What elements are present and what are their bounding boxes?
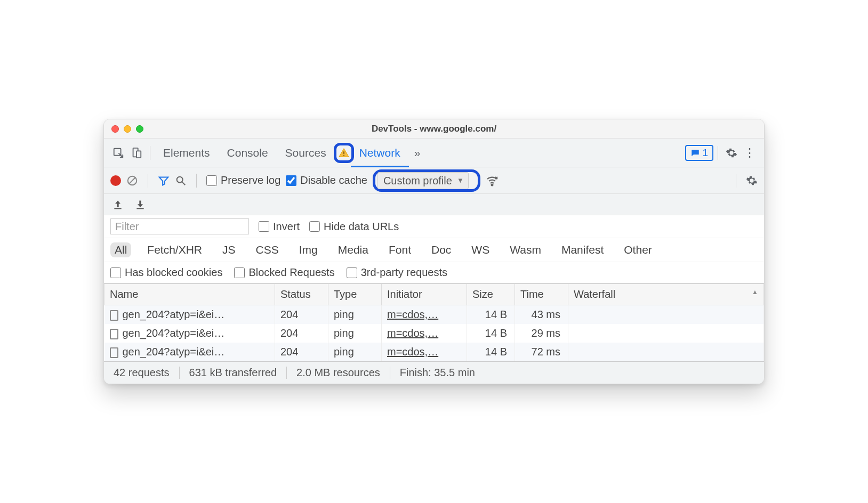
filter-doc[interactable]: Doc — [427, 242, 455, 257]
har-row — [104, 194, 764, 215]
hide-data-urls-checkbox[interactable]: Hide data URLs — [309, 221, 399, 233]
separator — [736, 174, 736, 188]
svg-rect-11 — [136, 208, 143, 209]
filter-media[interactable]: Media — [334, 242, 373, 257]
invert-label: Invert — [273, 221, 300, 233]
throttling-select[interactable]: Custom profile — [377, 172, 469, 189]
filter-placeholder: Filter — [115, 221, 139, 233]
clear-icon[interactable] — [126, 175, 138, 186]
filter-wasm[interactable]: Wasm — [505, 242, 545, 257]
initiator-link[interactable]: m=cdos,… — [387, 327, 438, 339]
tab-console[interactable]: Console — [219, 139, 277, 167]
status-resources: 2.0 MB resources — [287, 367, 390, 379]
export-har-icon[interactable] — [112, 199, 123, 210]
initiator-link[interactable]: m=cdos,… — [387, 346, 438, 358]
col-waterfall[interactable]: Waterfall — [568, 284, 764, 305]
invert-checkbox[interactable]: Invert — [259, 221, 300, 233]
document-icon — [110, 347, 118, 358]
filter-manifest[interactable]: Manifest — [557, 242, 608, 257]
filter-ws[interactable]: WS — [467, 242, 494, 257]
filter-all[interactable]: All — [110, 242, 131, 257]
filter-other[interactable]: Other — [620, 242, 656, 257]
svg-rect-10 — [114, 208, 121, 209]
filter-font[interactable]: Font — [384, 242, 415, 257]
document-icon — [110, 310, 118, 321]
svg-line-6 — [129, 177, 136, 184]
main-tabbar: Elements Console Sources Network » 1 ⋮ — [104, 139, 764, 167]
initiator-link[interactable]: m=cdos,… — [387, 309, 438, 320]
tab-elements[interactable]: Elements — [155, 139, 219, 167]
filter-img[interactable]: Img — [295, 242, 322, 257]
requests-table: Name Status Type Initiator Size Time Wat… — [104, 283, 764, 361]
filter-fetch-xhr[interactable]: Fetch/XHR — [143, 242, 206, 257]
filter-js[interactable]: JS — [218, 242, 240, 257]
message-icon — [690, 148, 700, 158]
title-bar: DevTools - www.google.com/ — [104, 119, 764, 139]
separator — [718, 146, 718, 160]
import-har-icon[interactable] — [135, 199, 146, 210]
svg-rect-3 — [343, 151, 344, 154]
svg-line-8 — [182, 182, 186, 185]
col-type[interactable]: Type — [328, 284, 382, 305]
extra-filter-row: Has blocked cookies Blocked Requests 3rd… — [104, 262, 764, 283]
status-finish: Finish: 35.5 min — [390, 367, 485, 379]
kebab-menu-icon[interactable]: ⋮ — [741, 144, 759, 162]
tab-sources[interactable]: Sources — [277, 139, 335, 167]
request-row[interactable]: gen_204?atyp=i&ei… 204 ping m=cdos,… 14 … — [105, 324, 764, 343]
col-time[interactable]: Time — [515, 284, 568, 305]
svg-rect-4 — [343, 155, 344, 156]
status-requests: 42 requests — [104, 367, 180, 379]
status-bar: 42 requests 631 kB transferred 2.0 MB re… — [104, 361, 764, 384]
inspect-icon[interactable] — [109, 144, 127, 162]
settings-icon[interactable] — [722, 144, 741, 162]
status-transferred: 631 kB transferred — [180, 367, 287, 379]
col-status[interactable]: Status — [275, 284, 328, 305]
devtools-window: DevTools - www.google.com/ Elements Cons… — [103, 119, 765, 384]
blocked-cookies-checkbox[interactable]: Has blocked cookies — [110, 266, 222, 279]
col-initiator[interactable]: Initiator — [382, 284, 467, 305]
svg-point-9 — [491, 184, 493, 185]
tab-network[interactable]: Network — [351, 139, 409, 167]
filter-row: Filter Invert Hide data URLs — [104, 215, 764, 238]
preserve-log-label: Preserve log — [221, 174, 280, 186]
preserve-log-checkbox[interactable]: Preserve log — [206, 174, 280, 186]
issues-count: 1 — [702, 147, 708, 159]
requests-tbody: gen_204?atyp=i&ei… 204 ping m=cdos,… 14 … — [105, 305, 764, 362]
request-row[interactable]: gen_204?atyp=i&ei… 204 ping m=cdos,… 14 … — [105, 305, 764, 324]
search-icon[interactable] — [175, 175, 187, 186]
third-party-checkbox[interactable]: 3rd-party requests — [347, 266, 447, 279]
record-button[interactable] — [110, 175, 121, 186]
more-tabs-Button[interactable]: » — [409, 147, 426, 159]
network-settings-icon[interactable] — [746, 175, 758, 186]
separator — [196, 174, 197, 188]
svg-point-7 — [177, 176, 183, 182]
separator — [150, 146, 150, 160]
issues-badge[interactable]: 1 — [685, 145, 713, 161]
request-row[interactable]: gen_204?atyp=i&ei… 204 ping m=cdos,… 14 … — [105, 343, 764, 361]
col-size[interactable]: Size — [467, 284, 515, 305]
throttle-highlight: Custom profile — [373, 169, 480, 192]
col-name[interactable]: Name — [105, 284, 275, 305]
warning-icon — [338, 147, 350, 159]
network-conditions-icon[interactable] — [486, 174, 499, 187]
svg-rect-2 — [136, 151, 141, 158]
disable-cache-label: Disable cache — [300, 174, 367, 186]
filter-css[interactable]: CSS — [252, 242, 283, 257]
blocked-requests-checkbox[interactable]: Blocked Requests — [234, 266, 334, 279]
filter-icon[interactable] — [158, 175, 170, 186]
resource-type-filters: All Fetch/XHR JS CSS Img Media Font Doc … — [104, 238, 764, 262]
filter-input[interactable]: Filter — [110, 218, 249, 234]
disable-cache-checkbox[interactable]: Disable cache — [286, 174, 367, 186]
network-toolbar: Preserve log Disable cache Custom profil… — [104, 167, 764, 194]
hide-data-urls-label: Hide data URLs — [324, 221, 399, 233]
separator — [148, 174, 148, 188]
document-icon — [110, 329, 118, 339]
device-toggle-icon[interactable] — [127, 144, 146, 162]
window-title: DevTools - www.google.com/ — [104, 124, 764, 134]
